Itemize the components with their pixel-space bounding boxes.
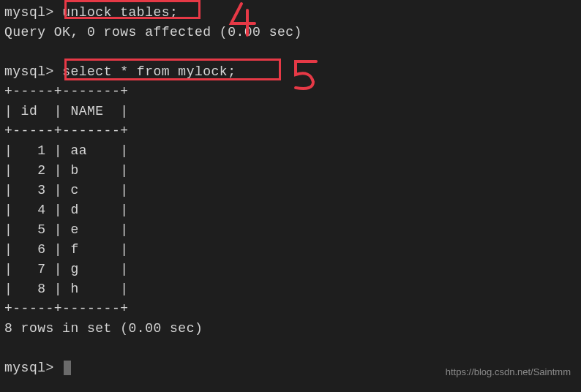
blank-line	[4, 339, 577, 358]
response-select: 8 rows in set (0.00 sec)	[4, 319, 577, 339]
command-select: select * from mylock;	[62, 64, 236, 79]
prompt: mysql>	[4, 361, 54, 375]
response-unlock: Query OK, 0 rows affected (0.00 sec)	[4, 23, 577, 42]
table-border-bot: +-----+-------+	[4, 299, 577, 319]
table-row: | 8 | h |	[4, 279, 577, 299]
prompt: mysql>	[4, 5, 54, 20]
command-unlock: unlock tables;	[62, 5, 178, 20]
table-row: | 5 | e |	[4, 220, 577, 240]
watermark: https://blog.csdn.net/Saintmm	[446, 365, 571, 380]
table-row: | 6 | f |	[4, 240, 577, 260]
table-row: | 2 | b |	[4, 161, 577, 181]
table-border-mid: +-----+-------+	[4, 121, 577, 141]
table-border-top: +-----+-------+	[4, 82, 577, 102]
table-row: | 7 | g |	[4, 260, 577, 279]
table-row: | 3 | c |	[4, 181, 577, 200]
table-row: | 4 | d |	[4, 200, 577, 220]
table-header: | id | NAME |	[4, 102, 577, 121]
table-row: | 1 | aa |	[4, 141, 577, 161]
cursor[interactable]	[64, 361, 71, 375]
prompt: mysql>	[4, 64, 54, 79]
blank-line	[4, 42, 577, 62]
